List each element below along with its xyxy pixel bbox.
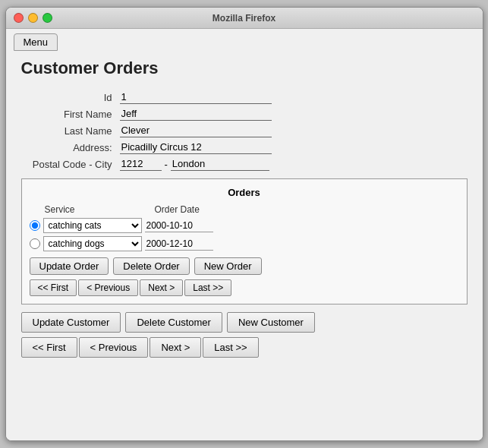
new-order-button[interactable]: New Order <box>194 257 262 275</box>
page-title: Customer Orders <box>21 58 468 78</box>
order-action-buttons: Update Order Delete Order New Order <box>30 257 459 275</box>
page-content: Customer Orders Id First Name Last Name … <box>6 55 483 365</box>
minimize-button[interactable] <box>28 13 38 23</box>
order-first-button[interactable]: << First <box>30 279 77 296</box>
update-order-button[interactable]: Update Order <box>30 257 109 275</box>
orders-title: Orders <box>30 187 459 198</box>
order-radio-1[interactable] <box>30 220 40 231</box>
order-next-button[interactable]: Next > <box>140 279 183 296</box>
close-button[interactable] <box>14 13 24 23</box>
firstname-label: First Name <box>21 109 120 120</box>
postal-dash: - <box>165 159 168 170</box>
customer-first-button[interactable]: << First <box>21 337 77 358</box>
firstname-row: First Name <box>21 107 468 121</box>
order-service-1[interactable]: catching cats catching dogs <box>43 218 142 233</box>
order-row-1: catching cats catching dogs <box>30 218 459 233</box>
id-label: Id <box>21 92 120 103</box>
titlebar: Mozilla Firefox <box>6 8 483 29</box>
menu-bar: Menu <box>6 29 483 55</box>
city-field[interactable] <box>171 157 269 171</box>
window-content: Menu Customer Orders Id First Name Last … <box>6 29 483 440</box>
order-service-2[interactable]: catching cats catching dogs <box>43 236 142 251</box>
window-title: Mozilla Firefox <box>213 13 275 24</box>
maximize-button[interactable] <box>43 13 52 23</box>
address-label: Address: <box>21 142 120 153</box>
order-radio-2[interactable] <box>30 238 40 249</box>
delete-customer-button[interactable]: Delete Customer <box>125 312 222 333</box>
service-header: Service <box>45 204 155 215</box>
customer-action-buttons: Update Customer Delete Customer New Cust… <box>21 312 468 333</box>
customer-next-button[interactable]: Next > <box>150 337 201 358</box>
new-customer-button[interactable]: New Customer <box>227 312 315 333</box>
lastname-label: Last Name <box>21 125 120 137</box>
orders-header: Service Order Date <box>45 204 459 215</box>
postal-city-label: Postal Code - City <box>21 159 120 170</box>
update-customer-button[interactable]: Update Customer <box>21 312 121 333</box>
lastname-row: Last Name <box>21 124 468 137</box>
delete-order-button[interactable]: Delete Order <box>113 257 189 275</box>
firstname-field[interactable] <box>120 107 272 121</box>
order-prev-button[interactable]: < Previous <box>78 279 138 296</box>
order-nav-row: << First < Previous Next > Last >> <box>30 279 459 296</box>
address-field[interactable] <box>120 140 272 154</box>
id-row: Id <box>21 90 468 104</box>
date-header: Order Date <box>155 204 200 215</box>
order-row-2: catching cats catching dogs <box>30 236 459 251</box>
postal-city-row: Postal Code - City - <box>21 157 468 171</box>
customer-form: Id First Name Last Name Address: Postal … <box>21 90 468 171</box>
window-controls <box>14 13 52 23</box>
order-last-button[interactable]: Last >> <box>184 279 231 296</box>
customer-nav-row: << First < Previous Next > Last >> <box>21 337 468 358</box>
id-field[interactable] <box>120 90 272 104</box>
customer-prev-button[interactable]: < Previous <box>79 337 149 358</box>
postal-field[interactable] <box>120 157 162 171</box>
order-date-1[interactable] <box>145 219 213 232</box>
browser-window: Mozilla Firefox Menu Customer Orders Id … <box>5 7 483 441</box>
customer-last-button[interactable]: Last >> <box>203 337 258 358</box>
address-row: Address: <box>21 140 468 154</box>
order-date-2[interactable] <box>145 238 213 251</box>
lastname-field[interactable] <box>120 124 272 137</box>
menu-button[interactable]: Menu <box>14 33 58 51</box>
postal-city-inputs: - <box>120 157 269 171</box>
orders-section: Orders Service Order Date catching cats … <box>21 178 468 304</box>
